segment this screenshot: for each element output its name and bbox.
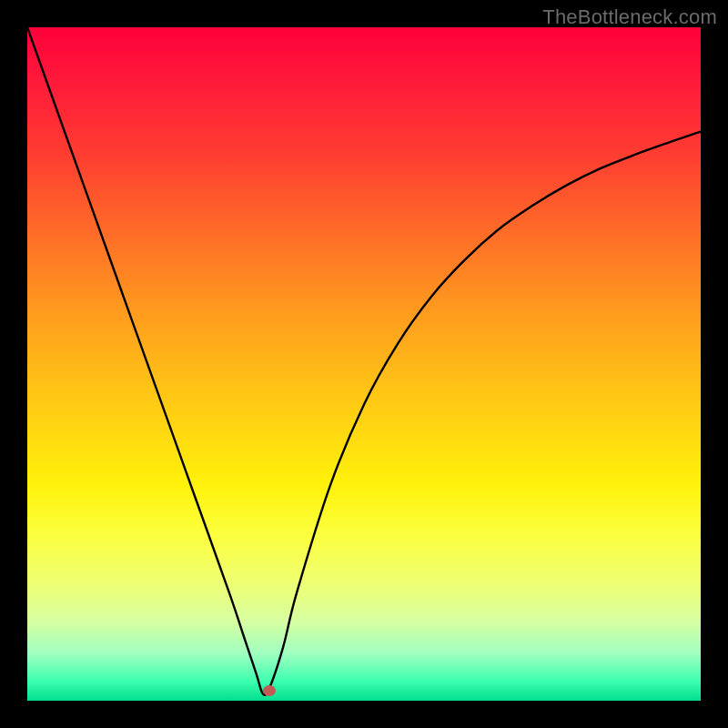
curve-path [27, 27, 701, 695]
plot-area [27, 27, 701, 701]
watermark-text: TheBottleneck.com [542, 5, 717, 29]
chart-frame: TheBottleneck.com [0, 0, 728, 728]
bottleneck-curve [27, 27, 701, 701]
optimal-point-marker [263, 685, 276, 696]
